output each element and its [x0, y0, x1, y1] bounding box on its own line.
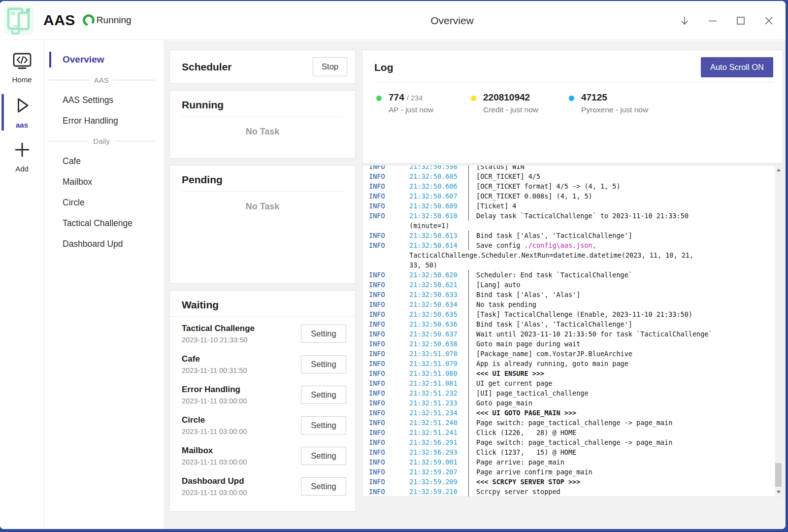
log-entry: INFO21:32:51.240Page switch: page_tactic…	[369, 418, 766, 428]
setting-button[interactable]: Setting	[301, 386, 346, 404]
app-name: AAS	[43, 12, 75, 29]
sidebar-item-mailbox[interactable]: Mailbox	[45, 171, 164, 192]
log-timestamp: 21:32:51.079	[409, 359, 468, 368]
sidebar-item-label: Overview	[63, 54, 104, 65]
setting-button[interactable]: Setting	[301, 447, 346, 465]
divider-line	[114, 141, 155, 141]
log-timestamp: 21:32:50.605	[409, 171, 468, 181]
log-level: INFO	[369, 339, 409, 349]
log-timestamp: 21:32:50.610	[409, 211, 468, 221]
log-console[interactable]: INFO21:32:50.598[Status] WININFO21:32:50…	[362, 165, 783, 497]
log-level: INFO	[369, 171, 409, 181]
log-entry: INFO21:32:50.598[Status] WIN	[369, 165, 766, 171]
waiting-task-row: Cafe2023-11-11 00:31:50Setting	[170, 349, 355, 379]
log-entry: INFO21:32:50.638Goto main page during wa…	[369, 339, 766, 349]
scroll-to-bottom-button[interactable]	[679, 15, 690, 27]
log-entry: INFO21:32:51.232[UI] page_tactical_chall…	[369, 388, 766, 398]
log-message: Bind task ['Alas', 'TacticalChallenge']	[468, 319, 766, 329]
log-entry: INFO21:32:50.605[OCR_TICKET] 4/5	[369, 171, 766, 181]
log-text: Goto main page during wait	[476, 340, 580, 348]
page-title: Overview	[430, 1, 474, 40]
log-level: INFO	[369, 329, 409, 339]
log-text: Page arrive: page_main	[476, 458, 564, 466]
log-entry: INFO21:32:51.079App is already running, …	[369, 359, 766, 368]
waiting-task-next-run: 2023-11-11 03:00:00	[182, 489, 247, 497]
minimize-button[interactable]	[707, 15, 719, 27]
scrollbar-up-arrow[interactable]	[775, 166, 782, 174]
auto-scroll-button[interactable]: Auto Scroll ON	[701, 57, 773, 77]
log-timestamp: 21:32:51.240	[409, 418, 468, 428]
scrollbar-down-arrow[interactable]	[775, 488, 782, 496]
log-text: Page switch: page_tactical_challenge -> …	[476, 438, 672, 446]
active-indicator	[1, 94, 4, 131]
waiting-task-info: Tactical Challenge2023-11-10 21:33:50	[182, 324, 255, 344]
close-button[interactable]	[763, 15, 775, 27]
log-timestamp: 21:32:51.232	[409, 388, 468, 398]
resource-stats: 774 / 234AP - just now220810942Credit - …	[374, 92, 773, 114]
rail-item-add[interactable]: Add	[0, 135, 44, 178]
log-scrollbar[interactable]	[775, 166, 782, 496]
log-level: INFO	[369, 165, 409, 171]
setting-button[interactable]: Setting	[301, 416, 346, 434]
divider-line	[48, 80, 90, 80]
rail-item-home[interactable]: Home	[0, 46, 44, 90]
rail-item-aas[interactable]: aas	[0, 91, 44, 134]
sidebar-item-dashboard-upd[interactable]: Dashboard Upd	[45, 233, 164, 254]
waiting-card: Waiting Tactical Challenge2023-11-10 21:…	[169, 290, 356, 512]
log-level: INFO	[369, 467, 409, 477]
log-card: Log Auto Scroll ON 774 / 234AP - just no…	[362, 50, 783, 164]
play-icon	[12, 96, 32, 117]
rail-item-label: Home	[12, 75, 32, 84]
log-text: Click (1237, 15) @ HOME	[476, 448, 576, 456]
setting-button[interactable]: Setting	[301, 355, 346, 373]
sidebar-item-circle[interactable]: Circle	[45, 192, 164, 213]
log-message: Page switch: page_tactical_challenge -> …	[468, 418, 766, 428]
log-message: Goto page_main	[468, 398, 766, 408]
scrollbar-thumb[interactable]	[775, 463, 782, 487]
log-level: INFO	[369, 319, 409, 329]
log-level: INFO	[369, 211, 409, 221]
log-level: INFO	[369, 408, 409, 418]
log-text: Page arrive confirm page_main	[476, 468, 592, 476]
stat-label: Pyroxene - just now	[581, 105, 648, 114]
sidebar-item-tactical-challenge[interactable]: Tactical Challenge	[45, 213, 164, 233]
waiting-task-next-run: 2023-11-10 21:33:50	[182, 336, 255, 344]
log-timestamp: 21:32:56.293	[409, 447, 468, 457]
sidebar-item-aas-settings[interactable]: AAS Settings	[45, 90, 164, 110]
scheduler-status-label: Running	[97, 15, 131, 26]
log-entry: INFO21:32:50.609[Ticket] 4	[369, 201, 766, 211]
stat-text: 774 / 234AP - just now	[389, 92, 433, 114]
log-entry: INFO21:32:50.634No task pending	[369, 299, 766, 309]
stat-text: 220810942Credit - just now	[483, 92, 538, 114]
log-message-continuation: TacticalChallenge.Scheduler.NextRun=date…	[369, 250, 766, 260]
log-message: [Status] WIN	[468, 165, 766, 171]
running-spinner-icon	[82, 14, 95, 27]
setting-button[interactable]: Setting	[301, 477, 346, 496]
log-level: INFO	[369, 290, 409, 299]
log-entry: INFO21:32:56.291Page switch: page_tactic…	[369, 437, 766, 447]
log-level: INFO	[369, 418, 409, 428]
log-lines: INFO21:32:50.598[Status] WININFO21:32:50…	[362, 165, 783, 497]
icon-rail: HomeaasAdd	[0, 40, 44, 529]
waiting-task-info: Error Handling2023-11-11 03:00:00	[182, 385, 247, 405]
waiting-task-next-run: 2023-11-11 03:00:00	[182, 458, 247, 466]
divider	[170, 316, 355, 317]
log-entry: INFO21:32:50.636Bind task ['Alas', 'Tact…	[369, 319, 766, 329]
log-text: No task pending	[476, 300, 536, 308]
waiting-task-row: Dashboard Upd2023-11-11 03:00:00Setting	[170, 471, 355, 501]
sidebar-item-error-handling[interactable]: Error Handling	[45, 110, 164, 131]
setting-button[interactable]: Setting	[301, 325, 346, 343]
stop-button[interactable]: Stop	[313, 57, 347, 76]
maximize-button[interactable]	[735, 15, 747, 27]
log-text: [Package_name] com.YostarJP.BlueArchive	[476, 350, 632, 358]
log-text: [Status] WIN	[476, 165, 525, 170]
sidebar-item-cafe[interactable]: Cafe	[45, 151, 164, 171]
stat-dot	[471, 96, 476, 101]
log-text: App is already running, goto main page	[476, 360, 628, 367]
minimize-icon	[707, 15, 718, 26]
log-timestamp: 21:32:50.614	[409, 240, 468, 250]
waiting-task-info: Dashboard Upd2023-11-11 03:00:00	[182, 476, 247, 497]
sidebar-item-overview[interactable]: Overview	[45, 49, 164, 70]
rail-item-label: Add	[15, 165, 29, 173]
log-timestamp: 21:32:50.634	[409, 299, 468, 309]
